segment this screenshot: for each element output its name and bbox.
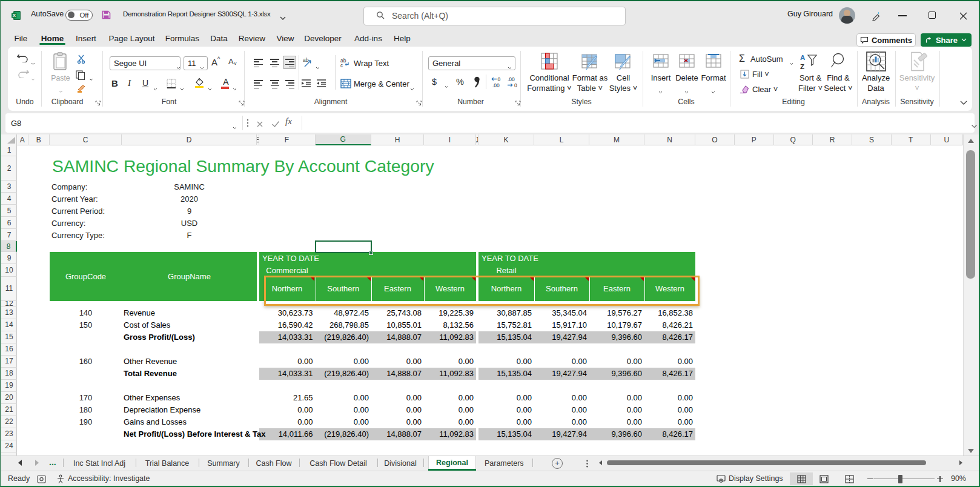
- svg-text:.00: .00: [508, 76, 515, 82]
- svg-text:ab: ab: [303, 57, 309, 63]
- svg-text:A: A: [800, 54, 805, 61]
- svg-text:.00: .00: [492, 82, 500, 88]
- svg-text:Z: Z: [800, 63, 804, 70]
- svg-text:0: 0: [498, 76, 501, 82]
- svg-text:X: X: [13, 13, 16, 18]
- svg-text:0: 0: [514, 82, 517, 88]
